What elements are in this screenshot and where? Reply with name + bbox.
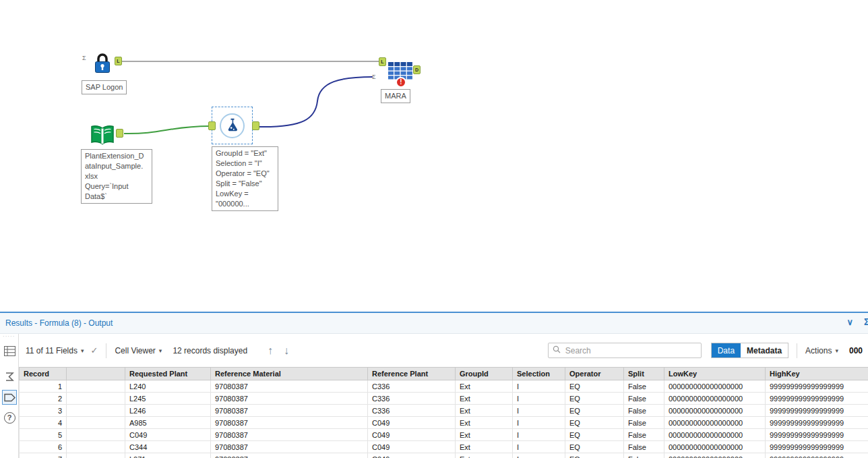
data-cell[interactable] <box>67 417 125 429</box>
table-row[interactable]: 6C34497080387C049ExtIEQFalse000000000000… <box>20 441 868 453</box>
data-cell[interactable]: 97080387 <box>211 405 368 417</box>
record-number-cell[interactable]: 2 <box>20 393 67 405</box>
tab-data[interactable]: Data <box>712 343 741 357</box>
input-output-anchor[interactable] <box>116 129 123 138</box>
data-cell[interactable]: Ext <box>456 380 513 393</box>
data-cell[interactable] <box>67 453 125 458</box>
data-cell[interactable]: 97080387 <box>211 429 368 441</box>
data-cell[interactable] <box>67 429 125 441</box>
record-number-cell[interactable]: 6 <box>20 441 67 453</box>
data-cell[interactable]: 000000000000000000 <box>664 393 766 405</box>
data-cell[interactable] <box>67 393 125 405</box>
data-cell[interactable]: Ext <box>456 405 513 417</box>
data-cell[interactable]: EQ <box>565 405 624 417</box>
data-cell[interactable]: 97080387 <box>211 417 368 429</box>
data-cell[interactable]: L246 <box>125 405 211 417</box>
column-header[interactable]: Operator <box>565 368 624 380</box>
data-cell[interactable]: 000000000000000000 <box>664 429 766 441</box>
data-cell[interactable]: L240 <box>125 380 211 393</box>
table-row[interactable]: 5C04997080387C049ExtIEQFalse000000000000… <box>20 429 868 441</box>
data-cell[interactable]: I <box>513 417 565 429</box>
data-cell[interactable]: 999999999999999999 <box>766 380 868 393</box>
table-row[interactable]: 7L07197080387C049ExtIEQFalse000000000000… <box>20 453 868 458</box>
formula-annotation[interactable]: GroupId = "Ext" Selection = "I" Operator… <box>212 146 278 211</box>
tool-sap-logon[interactable] <box>90 51 115 76</box>
search-input[interactable] <box>564 345 697 356</box>
data-cell[interactable]: C344 <box>125 441 211 453</box>
column-header[interactable]: LowKey <box>664 368 766 380</box>
data-cell[interactable]: C049 <box>125 429 211 441</box>
data-cell[interactable]: EQ <box>565 453 624 458</box>
workflow-canvas[interactable]: Σ L SAP Logon PlantExtension_D ataInput_… <box>0 0 868 312</box>
mara-output-anchor[interactable]: D <box>413 65 421 74</box>
results-table-container[interactable]: RecordRequested PlantReference MaterialR… <box>19 367 868 458</box>
data-cell[interactable]: 999999999999999999 <box>766 393 868 405</box>
data-cell[interactable]: Ext <box>456 417 513 429</box>
data-cell[interactable]: 000000000000000000 <box>664 417 766 429</box>
table-row[interactable]: 1L24097080387C336ExtIEQFalse000000000000… <box>20 380 868 393</box>
sap-logon-label[interactable]: SAP Logon <box>82 80 127 94</box>
table-row[interactable]: 2L24597080387C336ExtIEQFalse000000000000… <box>20 393 868 405</box>
tab-metadata[interactable]: Metadata <box>741 343 788 357</box>
sigma-view-icon[interactable] <box>2 369 17 384</box>
data-cell[interactable]: 999999999999999999 <box>766 417 868 429</box>
column-header[interactable]: GroupId <box>456 368 513 380</box>
record-number-cell[interactable]: 1 <box>20 380 67 393</box>
column-header[interactable]: Reference Plant <box>368 368 456 380</box>
data-cell[interactable]: 000000000000000000 <box>664 380 766 393</box>
data-cell[interactable] <box>67 380 125 393</box>
formula-output-anchor[interactable] <box>252 121 259 130</box>
data-cell[interactable]: I <box>513 405 565 417</box>
data-cell[interactable]: 97080387 <box>211 453 368 458</box>
data-cell[interactable]: C049 <box>368 441 456 453</box>
data-cell[interactable]: 97080387 <box>211 393 368 405</box>
table-row[interactable]: 4A98597080387C049ExtIEQFalse000000000000… <box>20 417 868 429</box>
actions-dropdown[interactable]: Actions ▾ <box>805 346 838 355</box>
data-cell[interactable]: False <box>624 441 664 453</box>
column-header[interactable]: Reference Material <box>211 368 368 380</box>
data-cell[interactable]: 000000000000000000 <box>664 405 766 417</box>
arrow-up-icon[interactable]: ↑ <box>268 345 273 357</box>
sap-output-anchor[interactable]: L <box>115 57 122 65</box>
error-badge-icon[interactable]: ! <box>396 77 406 88</box>
record-number-cell[interactable]: 3 <box>20 405 67 417</box>
data-cell[interactable]: EQ <box>565 417 624 429</box>
data-cell[interactable]: C049 <box>368 429 456 441</box>
data-cell[interactable]: 999999999999999999 <box>766 405 868 417</box>
data-cell[interactable]: False <box>624 405 664 417</box>
data-cell[interactable]: A985 <box>125 417 211 429</box>
table-row[interactable]: 3L24697080387C336ExtIEQFalse000000000000… <box>20 405 868 417</box>
column-header[interactable]: HighKey <box>766 368 868 380</box>
tool-input-data[interactable] <box>90 123 115 148</box>
data-cell[interactable]: I <box>513 441 565 453</box>
data-cell[interactable]: Ext <box>456 441 513 453</box>
data-cell[interactable]: False <box>624 429 664 441</box>
fields-dropdown[interactable]: 11 of 11 Fields ▾ <box>26 346 84 355</box>
drag-grip-icon[interactable]: ····· <box>3 335 15 338</box>
data-cell[interactable]: L071 <box>125 453 211 458</box>
data-cell[interactable]: EQ <box>565 429 624 441</box>
tool-formula[interactable] <box>220 113 245 138</box>
column-header[interactable]: Selection <box>513 368 565 380</box>
apply-check-icon[interactable]: ✓ <box>90 345 98 355</box>
record-number-cell[interactable]: 5 <box>20 429 67 441</box>
data-cell[interactable]: Ext <box>456 429 513 441</box>
data-cell[interactable]: 999999999999999999 <box>766 453 868 458</box>
sigma-anchor-icon[interactable]: Σ <box>372 74 376 80</box>
data-cell[interactable]: Ext <box>456 393 513 405</box>
data-cell[interactable]: EQ <box>565 441 624 453</box>
data-cell[interactable] <box>67 405 125 417</box>
table-view-icon[interactable] <box>2 343 17 358</box>
help-icon[interactable]: ? <box>2 410 17 425</box>
data-cell[interactable]: I <box>513 380 565 393</box>
input-file-annotation[interactable]: PlantExtension_D ataInput_Sample. xlsx Q… <box>81 149 152 204</box>
data-cell[interactable]: C336 <box>368 393 456 405</box>
record-number-cell[interactable]: 7 <box>20 453 67 458</box>
data-cell[interactable]: I <box>513 429 565 441</box>
data-cell[interactable]: I <box>513 453 565 458</box>
arrow-down-icon[interactable]: ↓ <box>284 345 289 357</box>
search-box[interactable] <box>548 343 702 358</box>
data-cell[interactable]: C336 <box>368 380 456 393</box>
column-header[interactable]: Requested Plant <box>125 368 211 380</box>
record-number-cell[interactable]: 4 <box>20 417 67 429</box>
